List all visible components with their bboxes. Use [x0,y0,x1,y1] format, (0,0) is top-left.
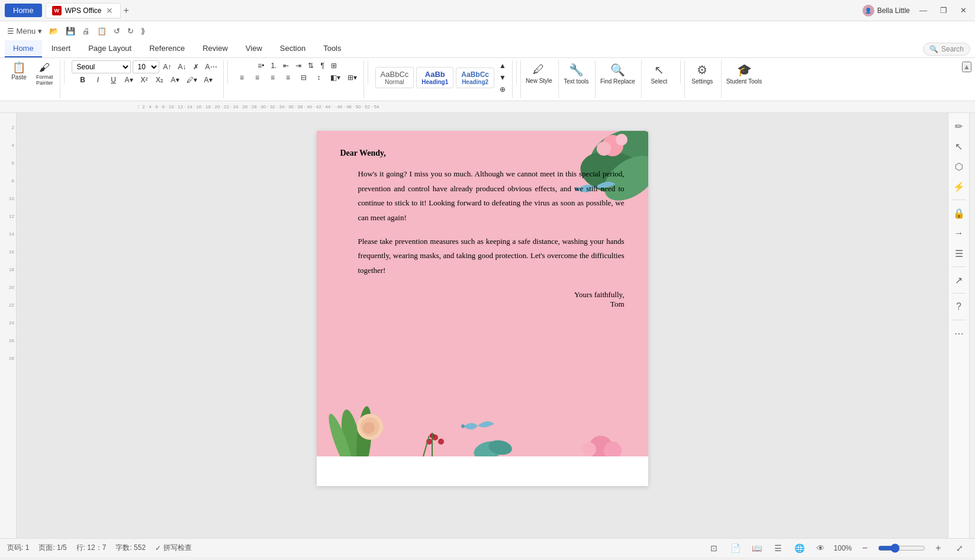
text-color-button[interactable]: A▾ [168,75,182,85]
zoom-slider[interactable] [878,543,925,553]
columns-button[interactable]: ⊟ [297,72,311,83]
undo-button[interactable]: ↺ [111,25,123,37]
sort-button[interactable]: ⇅ [305,60,316,71]
open-file-button[interactable]: 📂 [47,25,61,37]
line-spacing-button[interactable]: ↕ [312,72,326,83]
align-center-button[interactable]: ≡ [250,72,265,83]
spell-check[interactable]: ✓ 拼写检查 [155,543,192,553]
redo-button[interactable]: ↻ [125,25,136,37]
style-expand-button[interactable]: ⊕ [497,84,509,95]
add-tab-button[interactable]: + [123,5,128,16]
shapes-button[interactable]: ⬡ [951,158,967,175]
tab-close-button[interactable]: ✕ [105,6,114,15]
increase-font-button[interactable]: A↑ [161,62,174,72]
borders-button[interactable]: ⊞▾ [345,72,360,83]
align-left-button[interactable]: ≡ [235,72,249,83]
read-view-button[interactable]: 📖 [748,540,765,556]
document-tab[interactable]: W WPS Office ✕ [46,3,121,18]
bullets-button[interactable]: ≡• [255,60,266,71]
draw-button[interactable]: ✏ [951,118,967,134]
style-scroll-up-button[interactable]: ▲ [497,60,509,71]
paste-button[interactable]: 📋 Paste [7,60,31,82]
text-tools-group[interactable]: 🔧 Text tools [558,60,594,98]
select-tool-button[interactable]: ↖ [951,138,967,155]
save-button[interactable]: 💾 [63,25,78,37]
student-tools-group[interactable]: 🎓 Student Tools [721,60,767,98]
fullscreen-button[interactable]: ⤢ [951,540,968,556]
settings-group[interactable]: ⚙ Settings [684,60,720,98]
print-button[interactable]: 🖨 [80,25,92,37]
paragraph-marks-button[interactable]: ¶ [318,60,326,71]
increase-indent-button[interactable]: ⇥ [293,60,304,71]
clear-format-button[interactable]: ✗ [191,62,201,72]
letter-paragraph-2: Please take prevention measures such as … [340,234,625,278]
tab-insert[interactable]: Insert [43,40,79,57]
settings-icon: ⚙ [697,63,707,77]
page-view-button[interactable]: 📄 [727,540,744,556]
outline-view-button[interactable]: ☰ [770,540,786,556]
fit-page-button[interactable]: ⊡ [706,540,722,556]
font-color-button[interactable]: A▾ [122,75,136,85]
expand-right-button[interactable]: → [951,225,967,242]
read-mode-button[interactable]: 👁 [812,540,829,556]
help-button[interactable]: ? [951,298,967,315]
justify-button[interactable]: ≡ [281,72,295,83]
more-options-button[interactable]: ⋯ [951,325,967,342]
ruler-mark: 18 [0,267,16,285]
close-button[interactable]: ✕ [957,5,970,16]
search-box[interactable]: 🔍 Search [923,43,970,56]
font-options-button[interactable]: A⋯ [203,62,220,72]
tab-view[interactable]: View [237,40,271,57]
find-replace-group[interactable]: 🔍 Find Replace [595,60,640,98]
more-button[interactable]: ⟫ [139,25,147,37]
panel-menu-button[interactable]: ☰ [951,245,967,262]
web-view-button[interactable]: 🌐 [791,540,807,556]
underline-button[interactable]: U [107,75,121,85]
style-scroll-down-button[interactable]: ▼ [497,72,509,83]
style-heading1[interactable]: AaBb Heading1 [416,67,453,88]
italic-button[interactable]: I [91,75,105,85]
font-size-select[interactable]: 10 [133,60,159,73]
highlight-button[interactable]: 🖊▾ [184,75,200,85]
zoom-in-button[interactable]: + [930,540,947,556]
smart-art-button[interactable]: ⚡ [951,178,967,195]
menu-button[interactable]: ☰ Menu ▾ [5,25,44,37]
table-insert-button[interactable]: ⊞ [329,60,339,71]
clipboard-button[interactable]: 📋 [95,25,109,37]
maximize-button[interactable]: ❐ [937,5,951,16]
ribbon-collapse-button[interactable]: ▲ [962,62,971,72]
new-style-group[interactable]: 🖊 New Style [520,60,557,98]
letter-paragraph-1: How's it going? I miss you so much. Alth… [340,167,625,226]
decrease-font-button[interactable]: A↓ [176,62,189,72]
tab-page-layout[interactable]: Page Layout [80,40,140,57]
format-painter-button[interactable]: 🖌 FormatPainter [33,60,56,88]
subscript-button[interactable]: X₂ [153,75,167,85]
style-normal[interactable]: AaBbCc Normal [375,67,414,88]
align-right-button[interactable]: ≡ [266,72,280,83]
superscript-button[interactable]: X² [137,75,152,85]
shading-button[interactable]: ◧▾ [327,72,343,83]
vertical-scrollbar[interactable] [969,113,975,538]
menu-tabs: Home Insert Page Layout Reference Review… [0,40,975,58]
document-area[interactable]: Dear Wendy, How's it going? I miss you s… [17,113,948,538]
font-family-select[interactable]: Seoul [72,60,131,73]
paste-group: 📋 Paste 🖌 FormatPainter [4,60,60,98]
tab-tools[interactable]: Tools [315,40,349,57]
select-group[interactable]: ↖ Select [641,60,677,98]
lock-button[interactable]: 🔒 [951,205,967,221]
home-button[interactable]: Home [5,4,42,17]
numbering-button[interactable]: 1. [268,60,279,71]
font-bg-button[interactable]: A▾ [201,75,215,85]
tab-home[interactable]: Home [5,40,42,57]
tab-reference[interactable]: Reference [141,40,193,57]
style-heading2[interactable]: AaBbCc Heading2 [456,67,494,88]
bold-button[interactable]: B [76,75,90,85]
style-gallery: AaBbCc Normal AaBb Heading1 AaBbCc Headi… [375,60,509,95]
decrease-indent-button[interactable]: ⇤ [281,60,291,71]
tab-section[interactable]: Section [272,40,314,57]
tab-review[interactable]: Review [194,40,236,57]
zoom-out-button[interactable]: − [857,540,873,556]
minimize-button[interactable]: — [916,5,931,16]
student-tools-icon: 🎓 [737,63,752,77]
share-button[interactable]: ↗ [951,272,967,288]
